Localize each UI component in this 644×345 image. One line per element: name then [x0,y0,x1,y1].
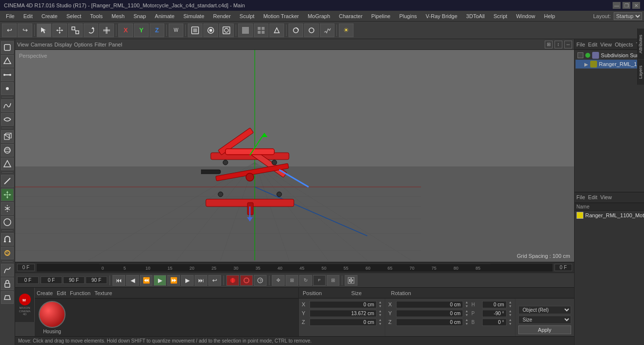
vp-menu-panel[interactable]: Panel [109,42,122,47]
menu-window[interactable]: Window [512,12,539,20]
mirror-btn[interactable] [1,202,14,215]
size-y-up[interactable]: ▲ [465,309,468,313]
menu-script[interactable]: Script [489,12,511,20]
select-mode-btn[interactable] [37,23,51,37]
scale-btn[interactable] [68,23,83,37]
menu-animate[interactable]: Animate [151,12,178,20]
transform-btn[interactable] [99,23,114,37]
menu-character[interactable]: Character [335,12,366,20]
next-frame-btn[interactable]: ▶ [181,275,194,286]
vp-menu-view[interactable]: View [17,42,29,47]
next-key-btn[interactable]: ⏩ [167,275,180,286]
size-p-up[interactable]: ▲ [509,309,512,313]
x-axis-btn[interactable]: X [118,23,133,37]
apply-button[interactable]: Apply [518,325,571,334]
menu-edit[interactable]: Edit [20,12,37,20]
vp-menu-filter[interactable]: Filter [94,42,106,47]
mat-menu-texture[interactable]: Texture [94,290,112,296]
all-keys-btn[interactable]: ⊞ [327,275,339,286]
play-btn[interactable]: ▶ [154,275,166,286]
texture-btn[interactable] [304,23,319,37]
pos-x-input[interactable] [310,301,377,308]
menu-render[interactable]: Render [209,12,235,20]
size-z-input[interactable] [396,319,463,326]
texture-tool-btn[interactable] [1,291,14,304]
omb-file[interactable]: File [577,194,585,200]
move-btn[interactable] [52,23,67,37]
menu-pipeline[interactable]: Pipeline [367,12,394,20]
size-type-select[interactable]: Size [518,316,571,324]
loop-btn[interactable]: ↩ [208,275,221,286]
menu-mograph[interactable]: MoGraph [304,12,334,20]
render-btn[interactable] [203,23,218,37]
menu-file[interactable]: File [2,12,19,20]
start-frame-input[interactable] [17,276,39,284]
om-menu-edit[interactable]: Edit [588,42,598,47]
vp-icon-2[interactable]: ↕ [555,41,562,48]
om-jack-row[interactable]: Ranger_RML_1100_Motorcycle_Jack [575,211,644,220]
sphere-btn[interactable] [1,144,14,157]
spline-mode-btn[interactable] [1,99,14,112]
material-slot-housing[interactable]: Housing [39,301,66,334]
pos-y-input[interactable] [310,310,377,317]
end-frame-input[interactable] [63,276,85,284]
menu-mesh[interactable]: Mesh [108,12,129,20]
restore-btn[interactable]: ❐ [622,2,630,9]
frame-btn[interactable] [188,23,202,37]
go-end-btn[interactable]: ⏭ [195,275,207,286]
menu-create[interactable]: Create [38,12,62,20]
edge-mode-btn[interactable] [1,69,14,81]
minimize-btn[interactable]: — [613,2,621,9]
world-coord-btn[interactable]: W [169,23,183,37]
menu-3dtoall[interactable]: 3DToAll [462,12,489,20]
material-ball[interactable] [39,301,66,328]
size-b-up[interactable]: ▲ [509,318,512,322]
poly-mode-btn[interactable] [1,55,14,68]
normals-btn[interactable] [320,23,334,37]
size-h-down[interactable]: ▼ [509,304,512,308]
vp-menu-options[interactable]: Options [74,42,92,47]
menu-select[interactable]: Select [63,12,86,20]
om-menu-objects[interactable]: Objects [615,42,633,47]
viewport-3d[interactable]: Perspective Grid Spacing : 100 cm [15,50,574,262]
om-menu-view[interactable]: View [600,42,612,47]
vtab-attributes[interactable]: Attributes [638,28,644,59]
cone-btn[interactable] [1,158,14,170]
display-btn[interactable] [269,23,284,37]
go-start-btn[interactable]: ⏮ [112,275,125,286]
om-menu-file[interactable]: File [577,42,585,47]
size-h-input[interactable] [482,301,507,308]
omb-edit[interactable]: Edit [588,194,598,200]
pos-z-up[interactable]: ▲ [378,318,382,322]
render-info-btn[interactable]: ? [254,275,266,286]
mat-menu-function[interactable]: Function [70,290,90,296]
z-axis-btn[interactable]: Z [150,23,164,37]
menu-help[interactable]: Help [540,12,559,20]
vp-icon-3[interactable]: ↔ [564,41,572,48]
size-x-up[interactable]: ▲ [465,300,468,304]
param-key-btn[interactable]: P [313,275,326,286]
sculpt-btn[interactable] [1,264,14,276]
mat-menu-edit[interactable]: Edit [57,290,66,296]
menu-snap[interactable]: Snap [130,12,150,20]
menu-plugins[interactable]: Plugins [395,12,421,20]
rot-key-btn[interactable]: ↻ [299,275,312,286]
size-b-input[interactable] [482,319,507,326]
size-p-down[interactable]: ▼ [509,313,512,317]
vtab-layers[interactable]: Layers [638,59,644,85]
menu-vray[interactable]: V-Ray Bridge [422,12,462,20]
obj-mode-btn[interactable] [1,41,14,54]
layout-select[interactable]: Startup [614,12,642,20]
vp-icon-1[interactable]: ⊞ [545,41,553,48]
close-btn[interactable]: ✕ [632,2,640,9]
rotate-btn[interactable] [84,23,98,37]
vp-quad-btn[interactable] [254,23,268,37]
omb-view[interactable]: View [600,194,612,200]
pos-z-input[interactable] [310,319,377,326]
vp-menu-display[interactable]: Display [54,42,72,47]
size-p-input[interactable] [482,310,507,317]
pos-key-btn[interactable]: ✥ [272,275,285,286]
size-z-up[interactable]: ▲ [465,318,468,322]
loop-sel-btn[interactable] [1,216,14,229]
mat-menu-create[interactable]: Create [37,290,53,296]
